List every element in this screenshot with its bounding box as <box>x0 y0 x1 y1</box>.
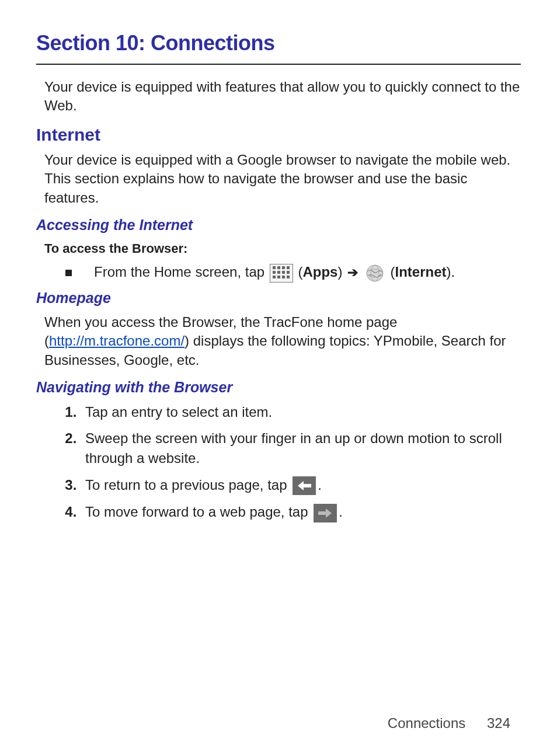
svg-rect-8 <box>287 271 290 274</box>
step-2: Sweep the screen with your finger in an … <box>81 428 521 468</box>
svg-rect-11 <box>282 276 285 278</box>
step-4: To move forward to a web page, tap . <box>81 502 521 522</box>
internet-heading: Internet <box>36 123 521 147</box>
step-3: To return to a previous page, tap . <box>81 475 521 496</box>
tracfone-link[interactable]: http://m.tracfone.com/ <box>49 333 184 349</box>
arrow-right-icon: ➔ <box>347 265 358 280</box>
svg-rect-9 <box>273 276 276 278</box>
step-4-before: To move forward to a web page, tap <box>85 504 312 520</box>
apps-label-paren: (Apps) <box>298 264 342 280</box>
internet-label: Internet <box>395 264 446 280</box>
svg-rect-10 <box>277 276 280 278</box>
homepage-heading: Homepage <box>36 288 521 308</box>
footer-page-number: 324 <box>487 715 510 731</box>
apps-label: Apps <box>302 264 337 280</box>
accessing-subhead: To access the Browser: <box>44 240 521 257</box>
svg-rect-7 <box>282 271 285 274</box>
step-1: Tap an entry to select an item. <box>81 402 521 422</box>
back-arrow-icon <box>293 476 316 495</box>
navigating-heading: Navigating with the Browser <box>36 378 521 398</box>
forward-arrow-icon <box>314 504 337 522</box>
svg-point-13 <box>367 265 383 281</box>
footer-label: Connections <box>388 715 465 731</box>
steps-list: Tap an entry to select an item. Sweep th… <box>60 402 521 522</box>
svg-rect-2 <box>277 266 280 269</box>
page-footer: Connections 324 <box>388 714 510 733</box>
svg-rect-3 <box>282 266 285 269</box>
globe-icon <box>365 264 384 283</box>
accessing-heading: Accessing the Internet <box>36 215 521 235</box>
svg-rect-4 <box>287 266 290 269</box>
apps-grid-icon <box>270 264 293 283</box>
internet-label-paren: (Internet). <box>390 264 455 280</box>
bullet-text: From the Home screen, tap (Apps) ➔ <box>94 263 455 283</box>
step-3-after: . <box>318 477 322 493</box>
svg-rect-6 <box>277 271 280 274</box>
svg-rect-12 <box>287 276 290 278</box>
internet-paragraph: Your device is equipped with a Google br… <box>44 151 521 207</box>
step-4-after: . <box>339 504 343 520</box>
horizontal-rule <box>36 64 521 65</box>
intro-paragraph: Your device is equipped with features th… <box>44 78 521 116</box>
step-3-before: To return to a previous page, tap <box>85 477 291 493</box>
bullet-access-browser: From the Home screen, tap (Apps) ➔ <box>65 263 521 283</box>
svg-rect-1 <box>273 266 276 269</box>
square-bullet-icon <box>65 270 72 276</box>
section-title: Section 10: Connections <box>36 29 521 58</box>
bullet-prefix: From the Home screen, tap <box>94 264 269 280</box>
svg-rect-5 <box>273 271 276 274</box>
homepage-paragraph: When you access the Browser, the TracFon… <box>44 313 521 370</box>
